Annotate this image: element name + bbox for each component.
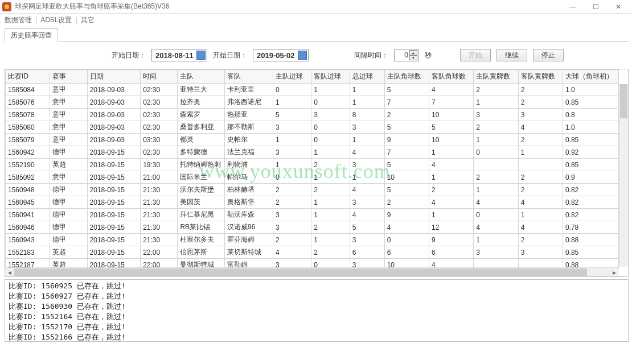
spin-down[interactable]: ▾ <box>409 55 417 60</box>
scroll-right-icon[interactable]: ▸ <box>610 268 619 277</box>
table-row[interactable]: 1560941德甲2018-09-1521:30拜仁慕尼黑勒沃库森3149101… <box>6 209 619 221</box>
vertical-scrollbar[interactable] <box>619 84 628 267</box>
col-header[interactable]: 总进球 <box>350 70 384 84</box>
end-date-input[interactable]: 2019-05-02 <box>253 49 309 61</box>
menu-other[interactable]: 其它 <box>79 15 97 25</box>
col-header[interactable]: 客队 <box>225 70 273 84</box>
table-row[interactable]: 1585080意甲2018-09-0302:30桑普多利亚那不勒斯3035524… <box>6 121 619 134</box>
log-line: 比赛ID: 1552166 已存在，跳过! <box>9 332 625 342</box>
table-row[interactable]: 1560943德甲2018-09-1521:30杜塞尔多夫霍芬海姆2130912… <box>6 234 619 246</box>
table-row[interactable]: 1585092意甲2018-09-1521:00国际米兰帕尔马011101220… <box>6 171 619 184</box>
stop-button[interactable]: 停止 <box>533 49 564 61</box>
tab-row: 历史赔率回查 <box>5 28 629 42</box>
col-header[interactable]: 大球（角球初） <box>563 70 618 84</box>
spin-up[interactable]: ▴ <box>409 50 417 55</box>
continue-button[interactable]: 继续 <box>496 49 527 61</box>
table-row[interactable]: 1585078意甲2018-09-0302:30森索罗热那亚538210330.… <box>6 109 619 121</box>
close-button[interactable]: ✕ <box>607 1 630 13</box>
table-row[interactable]: 1585079意甲2018-09-0303:30都灵史帕尔101910120.8… <box>6 134 619 146</box>
app-icon <box>2 2 11 11</box>
log-panel[interactable]: 比赛ID: 1560925 已存在，跳过!比赛ID: 1560927 已存在，跳… <box>5 279 629 342</box>
titlebar: 球探网足球亚欧大赔率与角球赔率采集(Bet365)V36 — ☐ ✕ <box>0 0 632 14</box>
log-line: 比赛ID: 1560925 已存在，跳过! <box>9 281 625 291</box>
calendar-icon[interactable] <box>196 51 206 60</box>
calendar-icon[interactable] <box>298 51 307 60</box>
interval-unit: 秒 <box>425 51 432 60</box>
col-header[interactable]: 客队进球 <box>311 70 350 84</box>
table-row[interactable]: 1560942德甲2018-09-1502:30多特蒙德法兰克福31471010… <box>6 146 619 159</box>
col-header[interactable]: 日期 <box>87 70 141 84</box>
end-date-label: 开始日期： <box>213 51 247 60</box>
window-title: 球探网足球亚欧大赔率与角球赔率采集(Bet365)V36 <box>15 2 561 11</box>
col-header[interactable]: 客队黄牌数 <box>518 70 563 84</box>
table-row[interactable]: 1585084意甲2018-09-0302:30亚特兰大卡利亚里01154221… <box>6 84 619 96</box>
log-line: 比赛ID: 1552164 已存在，跳过! <box>9 312 625 322</box>
col-header[interactable]: 主队黄牌数 <box>474 70 518 84</box>
col-header[interactable]: 赛事 <box>50 70 87 84</box>
interval-input[interactable]: 0 ▴▾ <box>394 49 419 61</box>
toolbar: 开始日期： 2018-08-11 开始日期： 2019-05-02 间隔时间： … <box>5 42 629 69</box>
table-row[interactable]: 1560945德甲2018-09-1521:30美因茨奥格斯堡21324440.… <box>6 196 619 209</box>
scroll-left-icon[interactable]: ◂ <box>5 268 14 277</box>
table-row[interactable]: 1585076意甲2018-09-0302:30拉齐奥弗洛西诺尼10177120… <box>6 96 619 109</box>
log-line: 比赛ID: 1560930 已存在，跳过! <box>9 301 625 312</box>
start-date-label: 开始日期： <box>112 51 146 60</box>
interval-label: 间隔时间： <box>354 51 388 60</box>
menubar: 数据管理 | ADSL设置 | 其它 <box>0 14 632 26</box>
log-line: 比赛ID: 1552170 已存在，跳过! <box>9 322 625 332</box>
start-date-input[interactable]: 2018-08-11 <box>151 49 207 61</box>
col-header[interactable]: 时间 <box>141 70 178 84</box>
maximize-button[interactable]: ☐ <box>584 1 607 13</box>
table-row[interactable]: 1560948德甲2018-09-1521:30沃尔夫斯堡柏林赫塔2245212… <box>6 184 619 196</box>
col-header[interactable]: 主队进球 <box>273 70 311 84</box>
col-header[interactable]: 主队 <box>178 70 225 84</box>
table-row[interactable]: 1560946德甲2018-09-1521:30RB莱比锡汉诺威96325412… <box>6 221 619 234</box>
menu-adsl-settings[interactable]: ADSL设置 <box>38 15 74 25</box>
data-table-container: 比赛ID赛事日期时间主队客队主队进球客队进球总进球主队角球数客队角球数主队黄牌数… <box>5 69 629 277</box>
log-line: 比赛ID: 1560927 已存在，跳过! <box>9 291 625 301</box>
menu-data-manage[interactable]: 数据管理 <box>2 15 34 25</box>
table-row[interactable]: 1552183英超2018-09-1522:00伯恩茅斯莱切斯特城4266633… <box>6 246 619 259</box>
col-header[interactable]: 客队角球数 <box>429 70 474 84</box>
col-header[interactable]: 比赛ID <box>6 70 50 84</box>
start-button[interactable]: 开始 <box>460 49 491 61</box>
minimize-button[interactable]: — <box>561 1 584 13</box>
horizontal-scrollbar[interactable]: ◂ ▸ <box>5 267 619 276</box>
table-row[interactable]: 1552190英超2018-09-1519:30托特纳姆热刺利物浦123540.… <box>6 159 619 171</box>
tab-history-odds[interactable]: 历史赔率回查 <box>5 28 58 42</box>
data-table: 比赛ID赛事日期时间主队客队主队进球客队进球总进球主队角球数客队角球数主队黄牌数… <box>5 69 619 277</box>
col-header[interactable]: 主队角球数 <box>384 70 429 84</box>
